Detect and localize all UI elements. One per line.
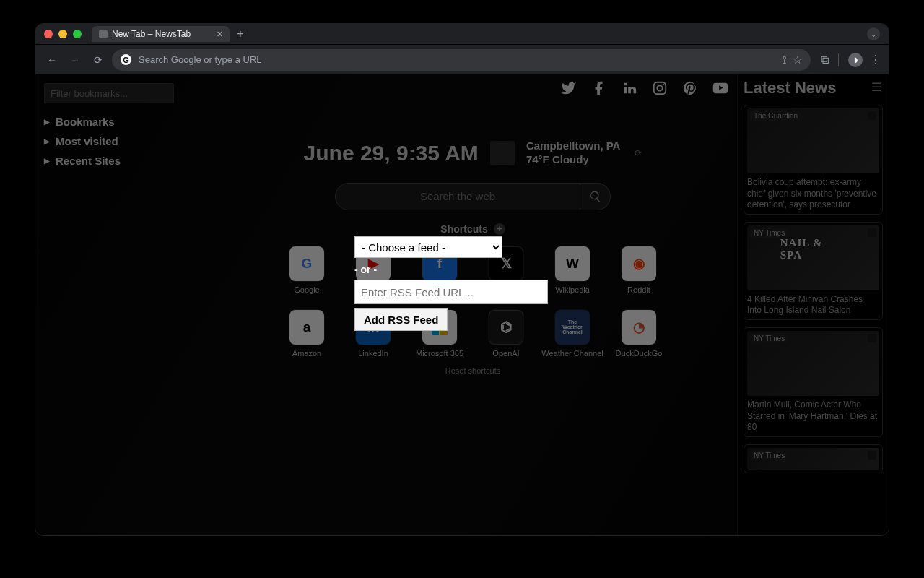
search-icon [589, 190, 602, 203]
tab-title: New Tab – NewsTab [112, 29, 191, 39]
news-card[interactable]: NY Times Martin Mull, Comic Actor Who St… [744, 327, 883, 437]
profile-avatar[interactable]: ◗ [848, 53, 863, 67]
omnibox-placeholder: Search Google or type a URL [139, 54, 262, 65]
reload-button[interactable]: ⟳ [89, 51, 108, 69]
news-menu-icon[interactable]: ☰ [871, 80, 881, 94]
source-favicon [868, 334, 876, 342]
weather-refresh-icon[interactable]: ⟳ [635, 148, 642, 158]
pinterest-icon[interactable] [682, 80, 698, 96]
twitter-icon[interactable] [561, 80, 577, 96]
weather-location: Campbelltown, PA [526, 139, 621, 153]
shortcut-amazon[interactable]: aAmazon [274, 310, 339, 358]
svg-point-2 [663, 84, 664, 85]
news-source: The Guardian [750, 111, 801, 121]
menu-dots-icon[interactable]: ⋮ [870, 53, 881, 66]
youtube-icon[interactable] [712, 80, 728, 96]
filter-bookmarks-input[interactable] [44, 83, 174, 103]
sidebar-item-recent-sites[interactable]: ▶Recent Sites [44, 152, 200, 169]
weather-condition: 74°F Cloudy [526, 153, 621, 167]
tab-overflow-button[interactable]: ⌄ [867, 27, 880, 40]
rss-url-input[interactable] [354, 280, 548, 304]
expand-icon: ▶ [44, 157, 50, 165]
source-favicon [868, 451, 876, 460]
content-area: ▶Bookmarks ▶Most visited ▶Recent Sites J… [35, 74, 889, 535]
back-button[interactable]: ← [43, 51, 61, 69]
datetime: June 29, 9:35 AM [304, 141, 479, 165]
news-headline: Bolivia coup attempt: ex-army chief give… [747, 177, 879, 211]
add-rss-feed-button[interactable]: Add RSS Feed [354, 308, 448, 331]
news-title: Latest News [744, 79, 883, 98]
search-input[interactable] [335, 183, 580, 210]
toolbar: ← → ⟳ G Search Google or type a URL ⟟ ☆ … [35, 44, 889, 74]
tab-close-icon[interactable]: × [217, 28, 222, 40]
source-favicon [868, 111, 876, 120]
shortcut-duckduckgo[interactable]: ◔DuckDuckGo [606, 310, 671, 358]
news-image: The Guardian [747, 108, 879, 173]
google-icon: G [121, 54, 131, 65]
news-headline: Martin Mull, Comic Actor Who Starred in … [747, 400, 879, 434]
sidebar-item-most-visited[interactable]: ▶Most visited [44, 133, 200, 150]
add-feed-modal: - Choose a feed - - or - Add RSS Feed [354, 236, 571, 331]
facebook-icon[interactable] [591, 80, 607, 96]
location-icon[interactable]: ⟟ [783, 53, 787, 66]
titlebar: New Tab – NewsTab × + ⌄ [35, 24, 889, 44]
news-card[interactable]: NY Times NAIL & SPA 4 Killed After Miniv… [744, 222, 883, 320]
svg-point-1 [657, 85, 662, 90]
news-image: NY Times [747, 331, 879, 396]
search-button[interactable] [580, 183, 611, 210]
news-card[interactable]: NY Times [744, 444, 883, 473]
bookmark-star-icon[interactable]: ☆ [793, 53, 802, 66]
linkedin-icon[interactable] [622, 80, 637, 96]
clock-weather-row: June 29, 9:35 AM Campbelltown, PA 74°F C… [304, 139, 642, 167]
new-tab-button[interactable]: + [237, 27, 243, 40]
reset-shortcuts-link[interactable]: Reset shortcuts [445, 366, 500, 375]
news-headline: 4 Killed After Minivan Crashes Into Long… [747, 294, 879, 316]
news-image: NY Times NAIL & SPA [747, 225, 879, 290]
browser-window: New Tab – NewsTab × + ⌄ ← → ⟳ G Search G… [35, 23, 889, 536]
image-sign-text: NAIL & SPA [780, 237, 847, 262]
weather-icon [490, 141, 515, 165]
add-shortcut-button[interactable]: + [494, 223, 505, 235]
minimize-window-button[interactable] [58, 30, 67, 38]
shortcuts-heading: Shortcuts + [440, 223, 505, 235]
choose-feed-select[interactable]: - Choose a feed - [354, 236, 502, 258]
news-source: NY Times [750, 334, 788, 343]
maximize-window-button[interactable] [73, 30, 82, 38]
news-source: NY Times [750, 451, 788, 460]
shortcut-reddit[interactable]: ◉Reddit [606, 246, 671, 294]
instagram-icon[interactable] [652, 80, 668, 96]
source-favicon [868, 228, 876, 237]
expand-icon: ▶ [44, 118, 50, 126]
or-label: - or - [354, 264, 571, 275]
news-image: NY Times [747, 448, 879, 470]
weather-text: Campbelltown, PA 74°F Cloudy [526, 139, 621, 167]
news-sidebar: Latest News ☰ The Guardian Bolivia coup … [737, 74, 889, 535]
browser-tab[interactable]: New Tab – NewsTab × [92, 26, 230, 42]
search-bar [335, 183, 611, 210]
news-card[interactable]: The Guardian Bolivia coup attempt: ex-ar… [744, 105, 883, 215]
address-bar[interactable]: G Search Google or type a URL ⟟ ☆ [112, 49, 811, 71]
tab-favicon [99, 30, 108, 38]
extensions-icon[interactable]: ⧉ [821, 53, 829, 66]
close-window-button[interactable] [44, 30, 53, 38]
expand-icon: ▶ [44, 137, 50, 145]
sidebar-item-bookmarks[interactable]: ▶Bookmarks [44, 113, 200, 130]
shortcut-google[interactable]: GGoogle [274, 246, 339, 294]
left-sidebar: ▶Bookmarks ▶Most visited ▶Recent Sites [35, 74, 209, 535]
separator [838, 53, 839, 66]
social-icons [561, 80, 728, 96]
forward-button[interactable]: → [66, 51, 84, 69]
window-controls [44, 30, 82, 38]
